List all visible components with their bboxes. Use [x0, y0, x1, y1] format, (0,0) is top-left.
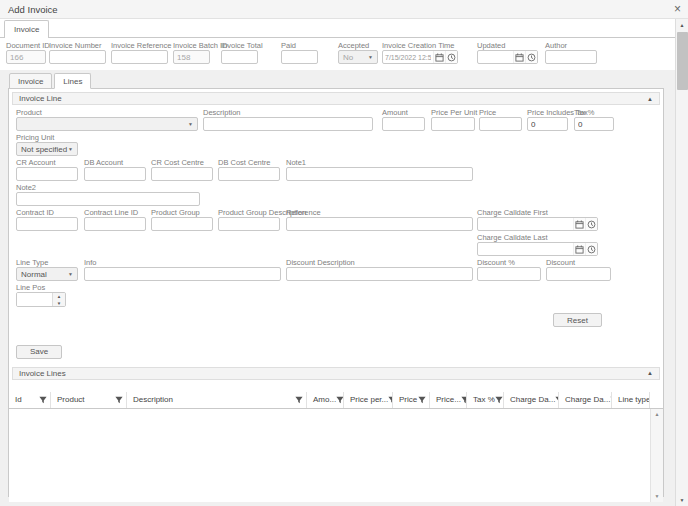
discount-input[interactable] [546, 267, 611, 281]
grid-column-charge-date-first[interactable]: Charge Da... [504, 392, 559, 408]
lines-panel: Invoice Line ▲ Product ▼ Description [8, 88, 664, 497]
updated-input[interactable] [478, 51, 513, 63]
dialog-vertical-scrollbar[interactable]: ▲ ▼ [675, 19, 688, 506]
line-type-dropdown[interactable]: Normal ▼ [16, 267, 78, 281]
invoice-lines-section-header[interactable]: Invoice Lines ▲ [12, 367, 660, 380]
invoice-creation-time-field: Invoice Creation Time [382, 41, 458, 70]
reference-input[interactable] [286, 217, 473, 231]
grid-column-price-includes[interactable]: Price... [430, 392, 467, 408]
price-includes-tax-input[interactable] [527, 117, 568, 131]
calendar-icon[interactable] [513, 50, 525, 64]
charge-calldate-last-input[interactable] [478, 243, 573, 255]
charge-calldate-first-input[interactable] [478, 218, 573, 230]
contract-id-label: Contract ID [16, 208, 78, 217]
product-group-input[interactable] [151, 217, 213, 231]
invoice-total-label: Invoice Total [221, 41, 258, 50]
close-icon[interactable]: × [674, 2, 681, 16]
pricing-unit-dropdown[interactable]: Not specified ▼ [16, 142, 78, 156]
grid-column-line-type[interactable]: Line type [612, 392, 650, 408]
spin-up-icon[interactable]: ▲ [53, 293, 65, 300]
document-id-input[interactable] [6, 50, 46, 64]
collapse-up-icon[interactable]: ▲ [647, 370, 653, 376]
line-pos-stepper: ▲ ▼ [16, 292, 66, 307]
product-group-description-input[interactable] [218, 217, 280, 231]
invoice-total-input[interactable] [221, 50, 258, 64]
author-input[interactable] [545, 50, 597, 64]
clock-icon[interactable] [525, 50, 537, 64]
spin-down-icon[interactable]: ▼ [53, 300, 65, 307]
funnel-icon[interactable] [336, 396, 344, 404]
cr-cost-centre-field: CR Cost Centre [151, 158, 213, 181]
scroll-down-icon[interactable]: ▼ [651, 491, 663, 502]
accepted-dropdown[interactable]: No ▼ [338, 50, 378, 64]
pricing-unit-value: Not specified [21, 145, 67, 154]
invoice-batch-id-input[interactable] [173, 50, 210, 64]
product-dropdown[interactable]: ▼ [16, 117, 198, 131]
price-per-unit-input[interactable] [431, 117, 475, 131]
tab-lines[interactable]: Lines [54, 73, 91, 89]
grid-column-description[interactable]: Description [127, 392, 307, 408]
funnel-icon[interactable] [39, 396, 47, 404]
product-group-label: Product Group [151, 208, 213, 217]
grid-column-charge-date-last[interactable]: Charge Da... [559, 392, 612, 408]
scrollbar-thumb[interactable] [677, 32, 688, 90]
price-per-unit-label: Price Per Unit [431, 108, 475, 117]
note1-input[interactable] [286, 167, 473, 181]
db-cost-centre-input[interactable] [218, 167, 280, 181]
grid-vertical-scrollbar[interactable]: ▲ ▼ [650, 409, 663, 502]
grid-column-id[interactable]: Id [9, 392, 51, 408]
clock-icon[interactable] [585, 217, 597, 231]
line-type-value: Normal [21, 270, 47, 279]
price-label: Price [479, 108, 522, 117]
cr-account-input[interactable] [16, 167, 78, 181]
info-input[interactable] [84, 267, 281, 281]
funnel-icon[interactable] [418, 396, 426, 404]
clock-icon[interactable] [585, 242, 597, 256]
calendar-icon[interactable] [433, 50, 445, 64]
reset-button[interactable]: Reset [553, 313, 602, 327]
author-label: Author [545, 41, 597, 50]
invoice-line-section-header[interactable]: Invoice Line ▲ [12, 92, 660, 105]
description-input[interactable] [203, 117, 373, 131]
discount-percent-field: Discount % [477, 258, 541, 281]
grid-column-tax-percent[interactable]: Tax % [467, 392, 504, 408]
calendar-icon[interactable] [573, 217, 585, 231]
funnel-icon[interactable] [495, 396, 503, 404]
calendar-icon[interactable] [573, 242, 585, 256]
grid-column-price-per[interactable]: Price per... [344, 392, 393, 408]
discount-percent-input[interactable] [477, 267, 541, 281]
price-input[interactable] [479, 117, 522, 131]
invoice-reference-input[interactable] [111, 50, 168, 64]
grid-column-amount[interactable]: Amo... [307, 392, 344, 408]
contract-id-input[interactable] [16, 217, 78, 231]
grid-column-product[interactable]: Product [51, 392, 127, 408]
price-per-unit-field: Price Per Unit [431, 108, 475, 131]
tax-percent-input[interactable] [574, 117, 614, 131]
discount-description-input[interactable] [286, 267, 473, 281]
scroll-up-icon[interactable]: ▲ [676, 19, 688, 31]
invoice-number-input[interactable] [49, 50, 106, 64]
invoice-creation-time-input[interactable] [383, 51, 433, 63]
grid-column-label: Id [15, 395, 22, 404]
invoice-reference-field: Invoice Reference [111, 41, 168, 70]
tax-percent-label: Tax % [574, 108, 614, 117]
discount-description-field: Discount Description [286, 258, 473, 281]
charge-calldate-last-field: Charge Calldate Last [477, 233, 598, 256]
tab-invoice[interactable]: Invoice [9, 73, 52, 89]
note2-input[interactable] [16, 192, 200, 206]
scroll-down-icon[interactable]: ▼ [676, 494, 688, 506]
collapse-up-icon[interactable]: ▲ [647, 96, 653, 102]
tab-invoice-outer[interactable]: Invoice [4, 20, 49, 38]
paid-input[interactable] [281, 50, 318, 64]
grid-column-price[interactable]: Price [393, 392, 430, 408]
save-button[interactable]: Save [16, 345, 62, 359]
contract-line-id-input[interactable] [84, 217, 146, 231]
funnel-icon[interactable] [115, 396, 123, 404]
funnel-icon[interactable] [295, 396, 303, 404]
cr-cost-centre-input[interactable] [151, 167, 213, 181]
line-pos-input[interactable] [17, 293, 52, 306]
db-account-input[interactable] [84, 167, 146, 181]
amount-input[interactable] [382, 117, 425, 131]
scroll-up-icon[interactable]: ▲ [651, 409, 663, 420]
clock-icon[interactable] [445, 50, 457, 64]
